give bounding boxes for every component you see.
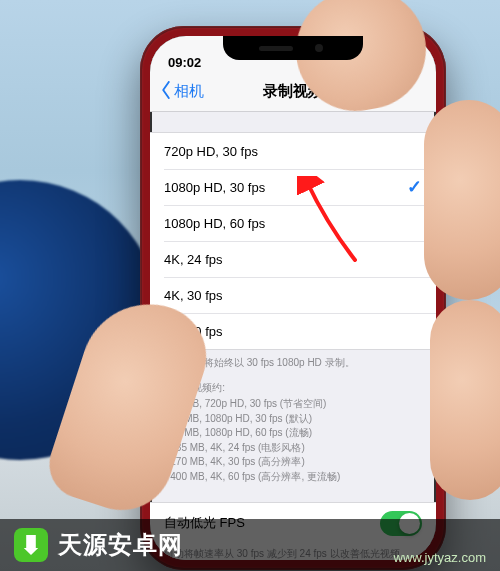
file-size-line: • 40 MB, 720p HD, 30 fps (节省空间) — [164, 397, 422, 412]
file-size-line: • 60 MB, 1080p HD, 30 fps (默认) — [164, 412, 422, 427]
site-name: 天源安卓网 — [58, 529, 384, 561]
site-watermark: 天源安卓网 www.jytyaz.com — [0, 519, 500, 571]
option-label: 1080p HD, 60 fps — [164, 216, 422, 231]
video-option-4k-60[interactable]: 4K, 60 fps — [150, 313, 436, 349]
video-option-1080p-60[interactable]: 1080p HD, 60 fps — [150, 205, 436, 241]
navigation-bar: 相机 录制视频 — [150, 72, 436, 112]
svg-rect-0 — [357, 67, 360, 70]
option-label: 720p HD, 30 fps — [164, 144, 422, 159]
file-size-line: • 400 MB, 4K, 60 fps (高分辨率, 更流畅) — [164, 470, 422, 485]
file-size-line: • 135 MB, 4K, 24 fps (电影风格) — [164, 441, 422, 456]
status-time: 09:02 — [168, 55, 222, 70]
file-size-heading: 1 分钟视频约: — [164, 381, 422, 396]
back-button[interactable]: 相机 — [160, 81, 204, 102]
quick-record-note: 快录视频将始终以 30 fps 1080p HD 录制。 — [150, 350, 436, 375]
option-label: 4K, 24 fps — [164, 252, 422, 267]
video-option-4k-30[interactable]: 4K, 30 fps — [150, 277, 436, 313]
svg-rect-2 — [365, 63, 368, 70]
svg-rect-3 — [369, 61, 372, 70]
video-option-4k-24[interactable]: 4K, 24 fps — [150, 241, 436, 277]
option-label: 4K, 30 fps — [164, 288, 422, 303]
back-button-label: 相机 — [174, 82, 204, 101]
svg-rect-6 — [416, 63, 418, 67]
file-size-note: 1 分钟视频约: • 40 MB, 720p HD, 30 fps (节省空间)… — [150, 375, 436, 489]
video-option-1080p-30[interactable]: 1080p HD, 30 fps ✓ — [150, 169, 436, 205]
phone-frame: 09:02 相机 录制视频 720p HD, 30 fps — [140, 26, 446, 570]
wifi-icon — [377, 59, 392, 70]
file-size-line: • 170 MB, 4K, 30 fps (高分辨率) — [164, 455, 422, 470]
checkmark-icon: ✓ — [407, 176, 422, 198]
file-size-line: • 90 MB, 1080p HD, 60 fps (流畅) — [164, 426, 422, 441]
cellular-icon — [357, 60, 373, 70]
video-option-720p-30[interactable]: 720p HD, 30 fps — [150, 133, 436, 169]
option-label: 4K, 60 fps — [164, 324, 422, 339]
video-resolution-group: 720p HD, 30 fps 1080p HD, 30 fps ✓ 1080p… — [150, 132, 436, 350]
battery-icon — [396, 59, 418, 70]
option-label: 1080p HD, 30 fps — [164, 180, 407, 195]
site-logo-icon — [14, 528, 48, 562]
chevron-left-icon — [162, 81, 170, 102]
display-notch — [223, 36, 363, 60]
svg-rect-5 — [398, 61, 413, 68]
svg-rect-1 — [361, 65, 364, 70]
phone-screen: 09:02 相机 录制视频 720p HD, 30 fps — [150, 36, 436, 560]
site-url: www.jytyaz.com — [394, 550, 486, 571]
